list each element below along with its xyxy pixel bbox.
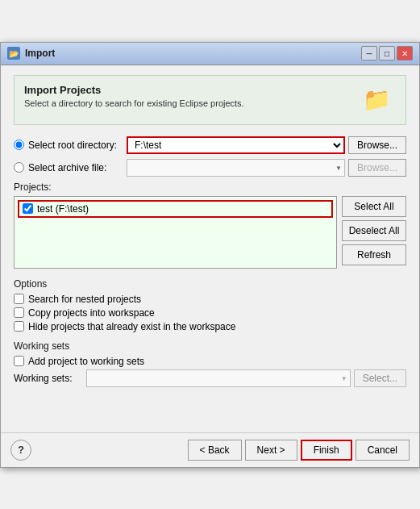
project-checkbox[interactable] — [23, 203, 33, 214]
header-text: Import Projects Select a directory to se… — [24, 84, 357, 108]
header-subtitle: Select a directory to search for existin… — [24, 98, 357, 108]
header-icon: 📁 — [357, 84, 396, 116]
refresh-button[interactable]: Refresh — [342, 244, 406, 265]
spacer — [14, 398, 406, 423]
archive-combo: ▼ — [127, 159, 345, 177]
dialog-footer: ? < Back Next > Finish Cancel — [1, 432, 419, 467]
nested-projects-label[interactable]: Search for nested projects — [28, 294, 141, 305]
copy-projects-row: Copy projects into workspace — [14, 307, 406, 319]
copy-projects-label[interactable]: Copy projects into workspace — [28, 307, 155, 319]
window-controls: ─ □ ✕ — [361, 46, 413, 60]
hide-projects-checkbox[interactable] — [14, 321, 24, 332]
nested-projects-checkbox[interactable] — [14, 294, 24, 304]
select-all-button[interactable]: Select All — [342, 196, 406, 217]
working-sets-select-row: Working sets: ▼ Select... — [14, 369, 406, 387]
archive-file-radio[interactable] — [14, 162, 24, 173]
hide-projects-label[interactable]: Hide projects that already exist in the … — [28, 321, 235, 332]
working-sets-combo[interactable]: ▼ — [86, 369, 351, 387]
next-button[interactable]: Next > — [245, 440, 297, 461]
options-title: Options — [14, 278, 406, 290]
help-button[interactable]: ? — [10, 440, 31, 461]
projects-section: test (F:\test) Select All Deselect All R… — [14, 196, 406, 269]
add-to-working-sets-row: Add project to working sets — [14, 356, 406, 367]
root-directory-row: Select root directory: F:\test Browse... — [14, 136, 406, 154]
nested-projects-row: Search for nested projects — [14, 294, 406, 305]
root-directory-label: Select root directory: — [28, 140, 117, 151]
import-dialog: 📂 Import ─ □ ✕ Import Projects Select a … — [0, 42, 420, 468]
root-directory-radio-label[interactable]: Select root directory: — [14, 140, 127, 151]
title-bar: 📂 Import ─ □ ✕ — [1, 43, 419, 65]
root-directory-select[interactable]: F:\test — [127, 136, 345, 154]
projects-buttons: Select All Deselect All Refresh — [342, 196, 406, 269]
archive-file-radio-label[interactable]: Select archive file: — [14, 162, 127, 173]
project-name: test (F:\test) — [37, 203, 89, 215]
maximize-button[interactable]: □ — [379, 46, 395, 60]
copy-projects-checkbox[interactable] — [14, 307, 24, 318]
cancel-button[interactable]: Cancel — [356, 440, 410, 461]
hide-projects-row: Hide projects that already exist in the … — [14, 321, 406, 332]
minimize-button[interactable]: ─ — [361, 46, 377, 60]
window-icon: 📂 — [7, 47, 20, 60]
dialog-content: Import Projects Select a directory to se… — [1, 65, 419, 432]
archive-browse-button[interactable]: Browse... — [348, 159, 406, 177]
root-directory-radio[interactable] — [14, 140, 24, 150]
window-title: Import — [25, 48, 361, 59]
projects-label: Projects: — [14, 181, 406, 193]
options-section: Options Search for nested projects Copy … — [14, 278, 406, 332]
header-section: Import Projects Select a directory to se… — [14, 75, 406, 125]
working-sets-select-button[interactable]: Select... — [354, 369, 406, 387]
add-working-sets-label[interactable]: Add project to working sets — [28, 356, 144, 367]
working-sets-title: Working sets — [14, 340, 406, 352]
deselect-all-button[interactable]: Deselect All — [342, 220, 406, 241]
list-item[interactable]: test (F:\test) — [18, 200, 333, 218]
archive-file-label: Select archive file: — [28, 162, 106, 173]
projects-list: test (F:\test) — [14, 196, 337, 269]
add-working-sets-checkbox[interactable] — [14, 356, 24, 366]
root-directory-browse-button[interactable]: Browse... — [348, 136, 406, 154]
finish-button[interactable]: Finish — [301, 440, 352, 461]
working-sets-section: Working sets Add project to working sets… — [14, 340, 406, 387]
close-button[interactable]: ✕ — [397, 46, 413, 60]
archive-file-row: Select archive file: ▼ Browse... — [14, 159, 406, 177]
back-button[interactable]: < Back — [188, 440, 242, 461]
header-title: Import Projects — [24, 84, 357, 96]
working-sets-label: Working sets: — [14, 373, 86, 384]
